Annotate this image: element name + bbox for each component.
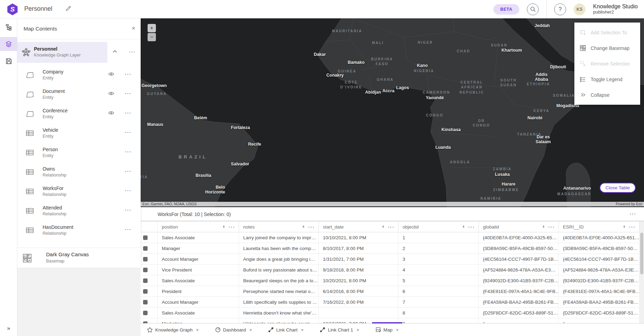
entity-polygon-icon xyxy=(26,71,34,79)
layer-menu-icon[interactable]: ··· xyxy=(125,169,132,174)
rail-item-layers[interactable] xyxy=(0,37,17,51)
layer-menu-icon[interactable]: ··· xyxy=(125,91,132,96)
layer-row-document[interactable]: DocumentEntity··· xyxy=(17,85,141,105)
layer-menu-icon[interactable]: ··· xyxy=(125,149,132,154)
column-menu-icon[interactable]: ··· xyxy=(388,224,395,230)
tab-close-icon[interactable]: × xyxy=(396,327,399,333)
layer-row-worksfor[interactable]: WorksForRelationship··· xyxy=(17,182,141,202)
layer-row-conference[interactable]: ConferenceEntity··· xyxy=(17,105,141,124)
tab-close-icon[interactable]: × xyxy=(249,327,252,333)
table-cell: 5 xyxy=(398,275,479,286)
basemap-title: Dark Gray Canvas xyxy=(46,251,89,257)
table-cell: {3DB9A59C-B5FA-49CB-8597-50… xyxy=(479,243,559,253)
row-checkbox[interactable] xyxy=(143,268,148,272)
visibility-eye-icon[interactable] xyxy=(108,111,114,115)
search-button[interactable] xyxy=(527,3,539,15)
table-scrollbar[interactable] xyxy=(639,222,644,324)
account-block[interactable]: Knowledge Studio publisher2 xyxy=(593,3,638,15)
column-menu-icon[interactable]: ··· xyxy=(468,224,475,230)
menu-item-label: Toggle Legend xyxy=(591,77,623,82)
layer-subtitle: Relationship xyxy=(43,173,67,178)
zoom-out-button[interactable]: − xyxy=(148,33,156,41)
layer-title: HasDocument xyxy=(43,224,73,230)
table-cell: {… xyxy=(479,318,559,324)
layer-menu-icon[interactable]: ··· xyxy=(125,110,132,115)
collapse-icon xyxy=(579,92,586,98)
expand-rail-button[interactable]: » xyxy=(0,325,17,332)
sort-icon[interactable]: ▲▼ xyxy=(462,225,465,229)
entity-polygon-icon xyxy=(26,110,34,118)
sort-icon[interactable]: ▲▼ xyxy=(382,225,385,229)
tab-close-icon[interactable]: × xyxy=(196,327,199,333)
row-checkbox[interactable] xyxy=(143,278,148,283)
row-checkbox[interactable] xyxy=(143,300,148,304)
tab-link-chart-1[interactable]: Link Chart 1× xyxy=(318,324,361,336)
row-checkbox[interactable] xyxy=(143,289,148,294)
layer-row-hasdocument[interactable]: HasDocumentRelationship··· xyxy=(17,221,141,241)
column-menu-icon[interactable]: ··· xyxy=(629,224,636,230)
table-cell: {9249032D-E300-41B5-937F-C2B… xyxy=(559,275,639,286)
layer-row-vehicle[interactable]: VehicleEntity··· xyxy=(17,124,141,144)
tab-knowledge-graph[interactable]: Knowledge Graph× xyxy=(145,324,201,336)
layer-subtitle: Relationship xyxy=(43,212,67,216)
row-checkbox[interactable] xyxy=(143,235,148,240)
menu-item-change-basemap[interactable]: Change Basemap xyxy=(574,40,640,56)
menu-item-collapse[interactable]: Collapse xyxy=(574,87,640,103)
map-view[interactable]: MAURITANIAMALINIGERCHADSUDANBURKINAFASOG… xyxy=(141,18,644,207)
table-cell: Sales Associate xyxy=(158,232,239,243)
row-checkbox[interactable] xyxy=(143,257,148,261)
column-header-start_date: start_date▲▼··· xyxy=(319,222,398,232)
close-panel-icon[interactable]: × xyxy=(132,25,135,32)
map-contents-title: Map Contents xyxy=(24,26,57,32)
table-title-bar: WorksFor (Total: 10 | Selection: 0) ··· xyxy=(141,207,644,221)
column-menu-icon[interactable]: ··· xyxy=(308,224,315,230)
row-checkbox[interactable] xyxy=(143,311,148,315)
sort-icon[interactable]: ▲▼ xyxy=(302,225,305,229)
table-cell: {F43E91EE-097A-40A1-9C4E-9FB… xyxy=(559,286,639,296)
tab-link-chart[interactable]: Link Chart× xyxy=(266,324,306,336)
tab-dashboard[interactable]: Dashboard× xyxy=(213,324,254,336)
table-menu-icon[interactable]: ··· xyxy=(630,211,636,216)
help-button[interactable]: ? xyxy=(554,3,566,15)
layer-row-owns[interactable]: OwnsRelationship··· xyxy=(17,163,141,182)
row-checkbox-cell xyxy=(141,243,158,253)
layer-row-attended[interactable]: AttendedRelationship··· xyxy=(17,202,141,221)
layer-menu-icon[interactable]: ··· xyxy=(125,71,132,77)
layer-menu-icon[interactable]: ··· xyxy=(125,130,132,135)
user-avatar[interactable]: KS xyxy=(574,3,585,15)
column-header-notes: notes▲▼··· xyxy=(239,222,319,232)
table-cell: 7 xyxy=(398,297,479,307)
tab-label: Dashboard xyxy=(223,327,246,333)
attribution-powered-by: Powered by Esri xyxy=(616,202,642,206)
sort-icon[interactable]: ▲▼ xyxy=(623,225,626,229)
menu-item-toggle-legend[interactable]: Toggle Legend xyxy=(574,71,640,87)
tab-close-icon[interactable]: × xyxy=(301,327,304,333)
layer-group-menu-icon[interactable]: ··· xyxy=(129,49,136,54)
visibility-eye-icon[interactable] xyxy=(108,72,114,76)
zoom-in-button[interactable]: + xyxy=(148,24,156,32)
tab-map[interactable]: Map× xyxy=(373,324,401,336)
sort-icon[interactable]: ▲▼ xyxy=(222,225,225,229)
layer-row-person[interactable]: PersonEntity··· xyxy=(17,144,141,163)
edit-title-icon[interactable] xyxy=(65,6,71,11)
layer-menu-icon[interactable]: ··· xyxy=(125,227,132,232)
visibility-eye-icon[interactable] xyxy=(108,91,114,96)
column-menu-icon[interactable]: ··· xyxy=(229,224,235,230)
collapse-group-icon[interactable] xyxy=(113,50,117,53)
layer-group-personnel[interactable]: Personnel Knowledge Graph Layer xyxy=(17,42,107,63)
layer-row-company[interactable]: CompanyEntity··· xyxy=(17,66,141,85)
layer-menu-icon[interactable]: ··· xyxy=(125,207,132,213)
table-scrollbar-thumb[interactable] xyxy=(640,233,643,274)
beta-badge: BETA xyxy=(493,4,519,15)
close-table-button[interactable]: Close Table xyxy=(600,183,636,193)
rail-item-hierarchy[interactable] xyxy=(0,20,17,34)
column-menu-icon[interactable]: ··· xyxy=(548,224,555,230)
row-checkbox[interactable] xyxy=(143,246,148,251)
tab-close-icon[interactable]: × xyxy=(356,327,359,333)
rail-item-save[interactable] xyxy=(0,54,17,68)
sort-icon[interactable]: ▲▼ xyxy=(542,225,545,229)
basemap-row[interactable]: Dark Gray Canvas Basemap xyxy=(17,248,141,268)
basemap-icon xyxy=(23,253,32,263)
layer-menu-icon[interactable]: ··· xyxy=(125,188,132,193)
attribute-table-panel: WorksFor (Total: 10 | Selection: 0) ··· … xyxy=(141,207,644,323)
